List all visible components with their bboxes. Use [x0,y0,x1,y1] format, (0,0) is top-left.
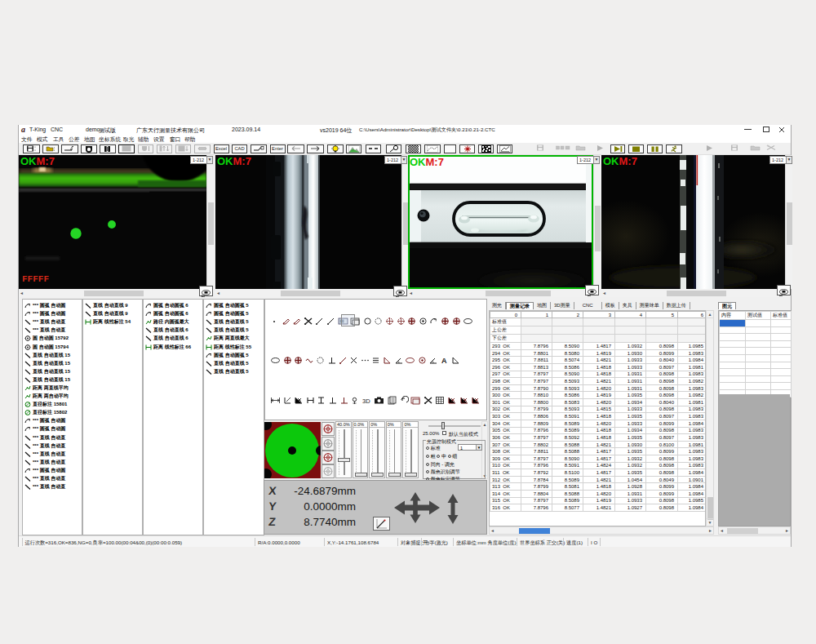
svg-text:Z: Z [268,516,277,527]
svg-text:A: A [441,357,447,365]
svg-text:Y: Y [268,500,277,512]
svg-text:FFFFF: FFFFF [22,274,49,284]
svg-text:3D: 3D [362,398,370,405]
svg-text:X: X [268,485,277,496]
